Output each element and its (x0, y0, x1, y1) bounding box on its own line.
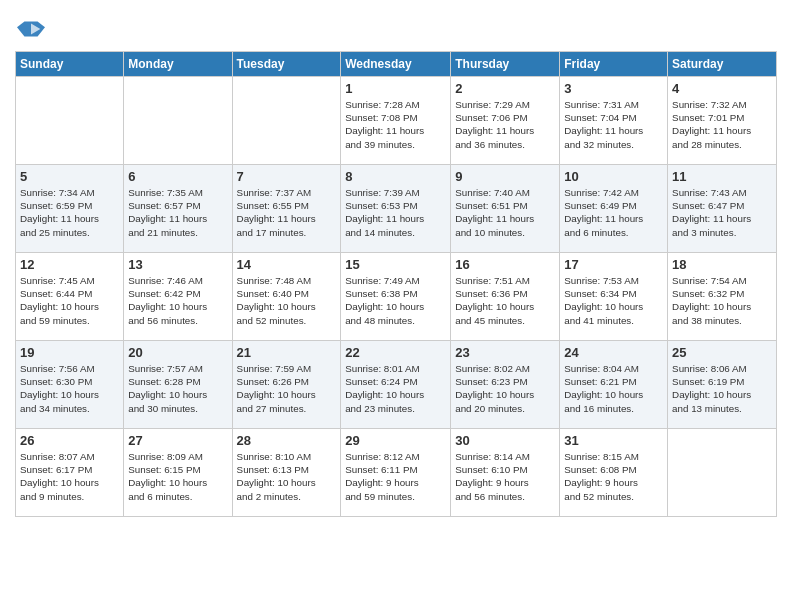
calendar-cell: 23Sunrise: 8:02 AMSunset: 6:23 PMDayligh… (451, 341, 560, 429)
calendar-cell: 29Sunrise: 8:12 AMSunset: 6:11 PMDayligh… (341, 429, 451, 517)
weekday-header-thursday: Thursday (451, 52, 560, 77)
day-info: Sunrise: 8:09 AMSunset: 6:15 PMDaylight:… (128, 450, 227, 503)
calendar-cell (124, 77, 232, 165)
calendar-cell (16, 77, 124, 165)
day-info: Sunrise: 7:51 AMSunset: 6:36 PMDaylight:… (455, 274, 555, 327)
calendar-cell: 13Sunrise: 7:46 AMSunset: 6:42 PMDayligh… (124, 253, 232, 341)
calendar-cell: 12Sunrise: 7:45 AMSunset: 6:44 PMDayligh… (16, 253, 124, 341)
calendar-cell: 20Sunrise: 7:57 AMSunset: 6:28 PMDayligh… (124, 341, 232, 429)
calendar-cell: 10Sunrise: 7:42 AMSunset: 6:49 PMDayligh… (560, 165, 668, 253)
calendar-cell: 18Sunrise: 7:54 AMSunset: 6:32 PMDayligh… (668, 253, 777, 341)
day-number: 27 (128, 433, 227, 448)
day-number: 21 (237, 345, 337, 360)
calendar-cell: 16Sunrise: 7:51 AMSunset: 6:36 PMDayligh… (451, 253, 560, 341)
day-info: Sunrise: 7:28 AMSunset: 7:08 PMDaylight:… (345, 98, 446, 151)
day-info: Sunrise: 7:46 AMSunset: 6:42 PMDaylight:… (128, 274, 227, 327)
calendar-cell: 26Sunrise: 8:07 AMSunset: 6:17 PMDayligh… (16, 429, 124, 517)
weekday-header-sunday: Sunday (16, 52, 124, 77)
day-number: 13 (128, 257, 227, 272)
calendar-body: 1Sunrise: 7:28 AMSunset: 7:08 PMDaylight… (16, 77, 777, 517)
day-number: 12 (20, 257, 119, 272)
day-number: 6 (128, 169, 227, 184)
day-info: Sunrise: 7:31 AMSunset: 7:04 PMDaylight:… (564, 98, 663, 151)
day-info: Sunrise: 8:12 AMSunset: 6:11 PMDaylight:… (345, 450, 446, 503)
calendar-cell: 22Sunrise: 8:01 AMSunset: 6:24 PMDayligh… (341, 341, 451, 429)
day-number: 26 (20, 433, 119, 448)
weekday-header-saturday: Saturday (668, 52, 777, 77)
calendar-cell: 21Sunrise: 7:59 AMSunset: 6:26 PMDayligh… (232, 341, 341, 429)
day-number: 16 (455, 257, 555, 272)
day-info: Sunrise: 7:59 AMSunset: 6:26 PMDaylight:… (237, 362, 337, 415)
calendar-cell: 11Sunrise: 7:43 AMSunset: 6:47 PMDayligh… (668, 165, 777, 253)
calendar-cell: 6Sunrise: 7:35 AMSunset: 6:57 PMDaylight… (124, 165, 232, 253)
day-number: 23 (455, 345, 555, 360)
calendar-cell: 24Sunrise: 8:04 AMSunset: 6:21 PMDayligh… (560, 341, 668, 429)
day-info: Sunrise: 8:02 AMSunset: 6:23 PMDaylight:… (455, 362, 555, 415)
day-number: 2 (455, 81, 555, 96)
day-info: Sunrise: 7:45 AMSunset: 6:44 PMDaylight:… (20, 274, 119, 327)
day-info: Sunrise: 7:32 AMSunset: 7:01 PMDaylight:… (672, 98, 772, 151)
day-number: 14 (237, 257, 337, 272)
calendar-week-5: 26Sunrise: 8:07 AMSunset: 6:17 PMDayligh… (16, 429, 777, 517)
calendar-cell: 17Sunrise: 7:53 AMSunset: 6:34 PMDayligh… (560, 253, 668, 341)
day-number: 24 (564, 345, 663, 360)
day-info: Sunrise: 7:48 AMSunset: 6:40 PMDaylight:… (237, 274, 337, 327)
day-info: Sunrise: 8:15 AMSunset: 6:08 PMDaylight:… (564, 450, 663, 503)
day-number: 19 (20, 345, 119, 360)
day-info: Sunrise: 7:57 AMSunset: 6:28 PMDaylight:… (128, 362, 227, 415)
day-number: 20 (128, 345, 227, 360)
calendar-cell: 28Sunrise: 8:10 AMSunset: 6:13 PMDayligh… (232, 429, 341, 517)
calendar-cell: 2Sunrise: 7:29 AMSunset: 7:06 PMDaylight… (451, 77, 560, 165)
day-info: Sunrise: 8:04 AMSunset: 6:21 PMDaylight:… (564, 362, 663, 415)
calendar-cell: 5Sunrise: 7:34 AMSunset: 6:59 PMDaylight… (16, 165, 124, 253)
weekday-header-friday: Friday (560, 52, 668, 77)
calendar-cell: 9Sunrise: 7:40 AMSunset: 6:51 PMDaylight… (451, 165, 560, 253)
day-number: 8 (345, 169, 446, 184)
weekday-header-monday: Monday (124, 52, 232, 77)
day-info: Sunrise: 7:42 AMSunset: 6:49 PMDaylight:… (564, 186, 663, 239)
weekday-header-wednesday: Wednesday (341, 52, 451, 77)
day-number: 11 (672, 169, 772, 184)
calendar-cell: 19Sunrise: 7:56 AMSunset: 6:30 PMDayligh… (16, 341, 124, 429)
calendar-cell: 3Sunrise: 7:31 AMSunset: 7:04 PMDaylight… (560, 77, 668, 165)
calendar-cell: 7Sunrise: 7:37 AMSunset: 6:55 PMDaylight… (232, 165, 341, 253)
day-info: Sunrise: 8:07 AMSunset: 6:17 PMDaylight:… (20, 450, 119, 503)
day-number: 3 (564, 81, 663, 96)
day-number: 29 (345, 433, 446, 448)
day-number: 5 (20, 169, 119, 184)
day-number: 30 (455, 433, 555, 448)
logo-icon (17, 15, 45, 43)
day-info: Sunrise: 7:54 AMSunset: 6:32 PMDaylight:… (672, 274, 772, 327)
day-info: Sunrise: 7:43 AMSunset: 6:47 PMDaylight:… (672, 186, 772, 239)
page-container: SundayMondayTuesdayWednesdayThursdayFrid… (0, 0, 792, 527)
day-info: Sunrise: 7:29 AMSunset: 7:06 PMDaylight:… (455, 98, 555, 151)
day-number: 4 (672, 81, 772, 96)
day-info: Sunrise: 8:14 AMSunset: 6:10 PMDaylight:… (455, 450, 555, 503)
calendar-week-4: 19Sunrise: 7:56 AMSunset: 6:30 PMDayligh… (16, 341, 777, 429)
calendar-cell (232, 77, 341, 165)
day-info: Sunrise: 7:37 AMSunset: 6:55 PMDaylight:… (237, 186, 337, 239)
calendar-week-1: 1Sunrise: 7:28 AMSunset: 7:08 PMDaylight… (16, 77, 777, 165)
day-number: 9 (455, 169, 555, 184)
day-number: 7 (237, 169, 337, 184)
weekday-header-row: SundayMondayTuesdayWednesdayThursdayFrid… (16, 52, 777, 77)
logo-text (15, 15, 45, 43)
calendar-week-2: 5Sunrise: 7:34 AMSunset: 6:59 PMDaylight… (16, 165, 777, 253)
day-info: Sunrise: 7:53 AMSunset: 6:34 PMDaylight:… (564, 274, 663, 327)
day-info: Sunrise: 7:34 AMSunset: 6:59 PMDaylight:… (20, 186, 119, 239)
day-number: 18 (672, 257, 772, 272)
day-info: Sunrise: 7:56 AMSunset: 6:30 PMDaylight:… (20, 362, 119, 415)
calendar-cell: 25Sunrise: 8:06 AMSunset: 6:19 PMDayligh… (668, 341, 777, 429)
calendar-cell: 15Sunrise: 7:49 AMSunset: 6:38 PMDayligh… (341, 253, 451, 341)
calendar-cell: 8Sunrise: 7:39 AMSunset: 6:53 PMDaylight… (341, 165, 451, 253)
day-number: 22 (345, 345, 446, 360)
calendar-header: SundayMondayTuesdayWednesdayThursdayFrid… (16, 52, 777, 77)
calendar-cell: 27Sunrise: 8:09 AMSunset: 6:15 PMDayligh… (124, 429, 232, 517)
calendar-cell: 31Sunrise: 8:15 AMSunset: 6:08 PMDayligh… (560, 429, 668, 517)
day-info: Sunrise: 7:39 AMSunset: 6:53 PMDaylight:… (345, 186, 446, 239)
weekday-header-tuesday: Tuesday (232, 52, 341, 77)
day-info: Sunrise: 7:40 AMSunset: 6:51 PMDaylight:… (455, 186, 555, 239)
calendar-cell (668, 429, 777, 517)
header (15, 10, 777, 43)
day-info: Sunrise: 8:06 AMSunset: 6:19 PMDaylight:… (672, 362, 772, 415)
